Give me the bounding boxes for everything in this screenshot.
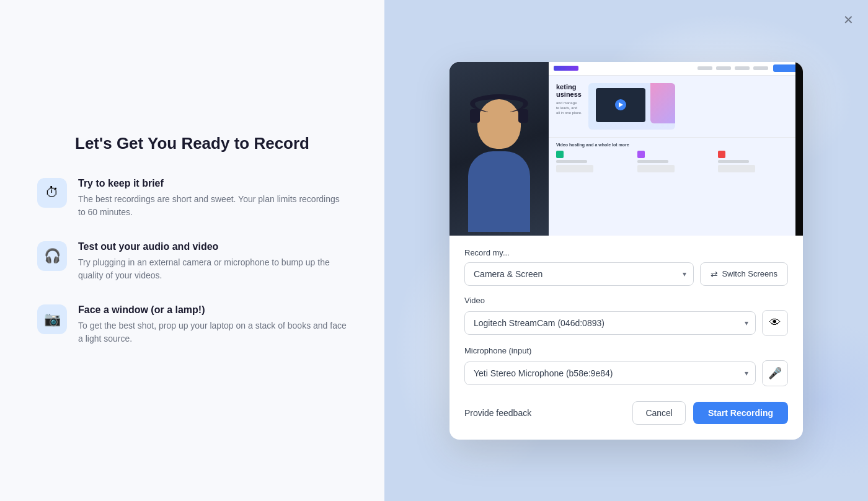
video-select-wrapper: Logitech StreamCam (046d:0893) ▾ <box>464 311 756 335</box>
screen-mockup: ketingusiness and managete leads, andall… <box>549 62 803 236</box>
eye-icon: 👁 <box>769 316 781 329</box>
mic-device-select[interactable]: Yeti Stereo Microphone (b58e:9e84) <box>464 361 756 385</box>
tip-brief-heading: Try to keep it brief <box>78 178 347 189</box>
play-button <box>615 99 626 110</box>
close-icon: ✕ <box>843 12 854 27</box>
start-recording-button[interactable]: Start Recording <box>693 402 788 424</box>
tip-audio-body: Try plugging in an external camera or mi… <box>78 256 347 282</box>
video-device-select[interactable]: Logitech StreamCam (046d:0893) <box>464 311 756 335</box>
record-mode-wrapper: Camera & Screen Camera Only Screen Only … <box>464 262 694 286</box>
tip-audio: 🎧 Test out your audio and video Try plug… <box>37 241 347 282</box>
switch-screens-label: Switch Screens <box>722 269 777 278</box>
microphone-icon: 🎤 <box>768 366 782 380</box>
person-head <box>477 99 521 149</box>
close-button[interactable]: ✕ <box>838 10 858 30</box>
play-triangle <box>619 102 623 107</box>
tip-audio-icon: 🎧 <box>37 241 67 271</box>
microphone-section: Microphone (input) Yeti Stereo Microphon… <box>464 346 788 386</box>
feedback-link[interactable]: Provide feedback <box>464 408 531 418</box>
headphones-shape <box>470 94 528 113</box>
headphones-icon: 🎧 <box>44 248 61 264</box>
record-mode-select[interactable]: Camera & Screen Camera Only Screen Only <box>464 262 694 286</box>
camera-icon: 📷 <box>44 311 61 327</box>
record-my-label: Record my... <box>464 248 788 257</box>
person-shape <box>462 99 536 236</box>
right-panel: ✕ <box>384 0 868 501</box>
left-content: Let's Get You Ready to Record ⏱ Try to k… <box>37 134 347 368</box>
microphone-label: Microphone (input) <box>464 346 788 355</box>
record-row: Camera & Screen Camera Only Screen Only … <box>464 262 788 286</box>
screen-preview: ketingusiness and managete leads, andall… <box>549 62 803 236</box>
screen-logo <box>554 66 578 71</box>
cancel-button[interactable]: Cancel <box>632 401 686 425</box>
screen-features: Video hosting and a whole lot more <box>549 137 803 177</box>
tip-brief-body: The best recordings are short and sweet.… <box>78 193 347 219</box>
page-title: Let's Get You Ready to Record <box>37 134 347 153</box>
preview-area: ketingusiness and managete leads, andall… <box>450 62 803 236</box>
camera-feed <box>450 62 549 236</box>
screen-decoration <box>650 83 675 123</box>
modal-controls: Record my... Camera & Screen Camera Only… <box>450 236 803 440</box>
screen-hero-media <box>588 83 675 130</box>
switch-screens-button[interactable]: ⇄ Switch Screens <box>700 262 788 286</box>
video-toggle-button[interactable]: 👁 <box>762 310 788 336</box>
modal-card: ketingusiness and managete leads, andall… <box>450 62 803 440</box>
tip-brief-icon: ⏱ <box>37 178 67 208</box>
video-label: Video <box>464 296 788 305</box>
screen-navbar <box>549 62 803 76</box>
tip-window-body: To get the best shot, prop up your lapto… <box>78 319 347 345</box>
tip-window-heading: Face a window (or a lamp!) <box>78 304 347 316</box>
mic-select-wrapper: Yeti Stereo Microphone (b58e:9e84) ▾ <box>464 361 756 385</box>
tip-audio-heading: Test out your audio and video <box>78 241 347 252</box>
mic-toggle-button[interactable]: 🎤 <box>762 360 788 386</box>
modal-footer: Provide feedback Cancel Start Recording <box>464 396 788 425</box>
person-body <box>468 151 530 232</box>
screen-hero: ketingusiness and managete leads, andall… <box>549 76 803 137</box>
left-panel: Let's Get You Ready to Record ⏱ Try to k… <box>0 0 384 501</box>
video-thumbnail <box>596 88 645 122</box>
black-bar-right <box>795 62 803 236</box>
tip-brief: ⏱ Try to keep it brief The best recordin… <box>37 178 347 219</box>
tip-window: 📷 Face a window (or a lamp!) To get the … <box>37 304 347 345</box>
tip-window-icon: 📷 <box>37 304 67 334</box>
clock-icon: ⏱ <box>45 185 59 201</box>
video-section: Video Logitech StreamCam (046d:0893) ▾ 👁 <box>464 296 788 336</box>
switch-icon: ⇄ <box>711 269 718 279</box>
